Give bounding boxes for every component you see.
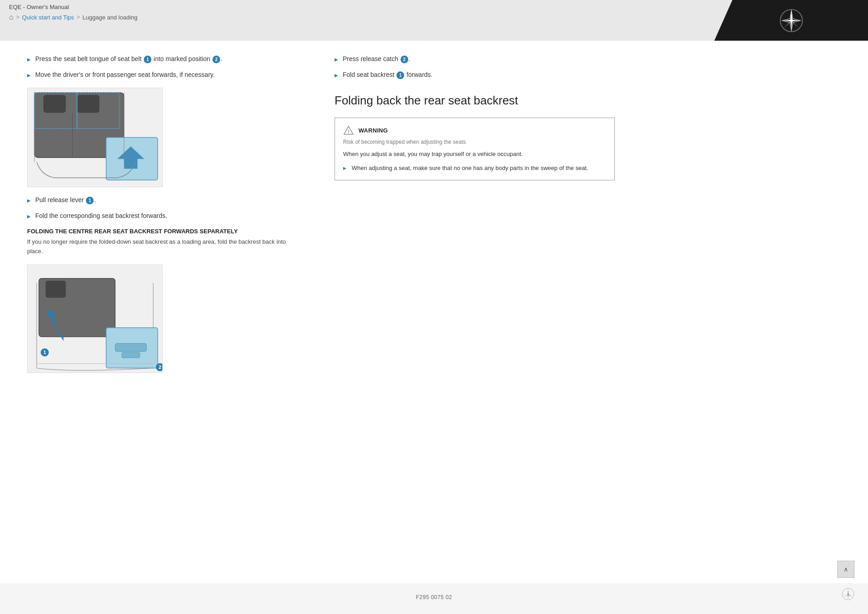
subsection-title: FOLDING THE CENTRE REAR SEAT BACKREST FO… [27,228,298,235]
header: EQE - Owner's Manual ⌂ > Quick start and… [0,0,868,41]
warning-box: ! WARNING Risk of becoming trapped when … [335,118,615,180]
warning-bullet-icon: ▶ [343,165,346,172]
bullet-icon-4: ▶ [27,213,31,220]
svg-rect-7 [77,95,99,113]
logo-area [714,0,868,41]
instruction-2: ▶ Move the driver's or front passenger s… [27,70,298,80]
warning-triangle-icon: ! [343,125,354,136]
scroll-up-icon: ∧ [844,566,848,573]
page-footer: F295 0075 02 [0,594,868,600]
bullet-icon-1: ▶ [27,56,31,63]
page-number: F295 0075 02 [416,594,452,600]
right-bullet-icon-2: ▶ [335,72,338,79]
right-instruction-2: ▶ Fold seat backrest 1 forwards. [335,70,615,80]
badge-1: 1 [144,56,151,63]
section-heading: Folding back the rear seat backrest [335,93,615,109]
svg-text:2: 2 [159,364,161,370]
bullet-icon-2: ▶ [27,72,31,79]
breadcrumb-sep-2: > [77,14,80,20]
right-instruction-1: ▶ Press release catch 2. [335,54,615,64]
bullet-icon-3: ▶ [27,197,31,204]
svg-rect-6 [43,95,66,113]
warning-body: When you adjust a seat, you may trap you… [343,150,606,159]
seat-diagram-2: 1 2 [27,264,163,373]
right-instruction-1-text: Press release catch 2. [343,54,410,64]
svg-text:1: 1 [43,350,46,355]
warning-item: ▶ When adjusting a seat, make sure that … [343,164,606,173]
right-badge-2: 2 [401,56,408,63]
scroll-up-button[interactable]: ∧ [837,561,854,578]
instruction-3: ▶ Pull release lever 1. [27,195,298,205]
mb-star-bottom-icon [842,588,854,600]
warning-title: WARNING [359,127,388,134]
svg-rect-23 [122,352,140,358]
seat-diagram-1: 1 [27,88,163,187]
warning-subtitle: Risk of becoming trapped when adjusting … [343,139,606,145]
right-column: ▶ Press release catch 2. ▶ Fold seat bac… [335,54,615,570]
badge-2: 2 [212,56,220,63]
instruction-4-text: Fold the corresponding seat backrest for… [35,211,167,221]
home-icon[interactable]: ⌂ [9,13,14,21]
breadcrumb-section[interactable]: Quick start and Tips [22,14,74,21]
breadcrumb-current: Luggage and loading [83,14,137,21]
svg-point-2 [790,19,793,22]
warning-header: ! WARNING [343,125,606,136]
warning-item-text: When adjusting a seat, make sure that no… [352,164,588,173]
mb-logo-bottom [842,588,854,603]
main-content: ▶ Press the seat belt tongue of seat bel… [0,41,868,583]
instruction-4: ▶ Fold the corresponding seat backrest f… [27,211,298,221]
subsection-body: If you no longer require the folded-down… [27,237,298,256]
instruction-3-text: Pull release lever 1. [35,195,96,205]
seat-diagram-svg-1: 1 [28,88,162,187]
right-instruction-2-text: Fold seat backrest 1 forwards. [343,70,433,80]
left-column: ▶ Press the seat belt tongue of seat bel… [27,54,298,570]
instruction-1: ▶ Press the seat belt tongue of seat bel… [27,54,298,64]
svg-text:!: ! [348,129,349,134]
right-bullet-icon-1: ▶ [335,56,338,63]
badge-3: 1 [86,197,94,204]
svg-point-29 [848,594,849,595]
svg-rect-22 [115,343,146,351]
instruction-1-text: Press the seat belt tongue of seat belt … [35,54,222,64]
mercedes-star-icon [779,8,804,33]
svg-rect-18 [46,280,66,298]
seat-diagram-svg-2: 1 2 [28,265,162,373]
breadcrumb-sep-1: > [16,14,19,20]
right-badge-1: 1 [396,71,404,79]
instruction-2-text: Move the driver's or front passenger sea… [35,70,215,80]
